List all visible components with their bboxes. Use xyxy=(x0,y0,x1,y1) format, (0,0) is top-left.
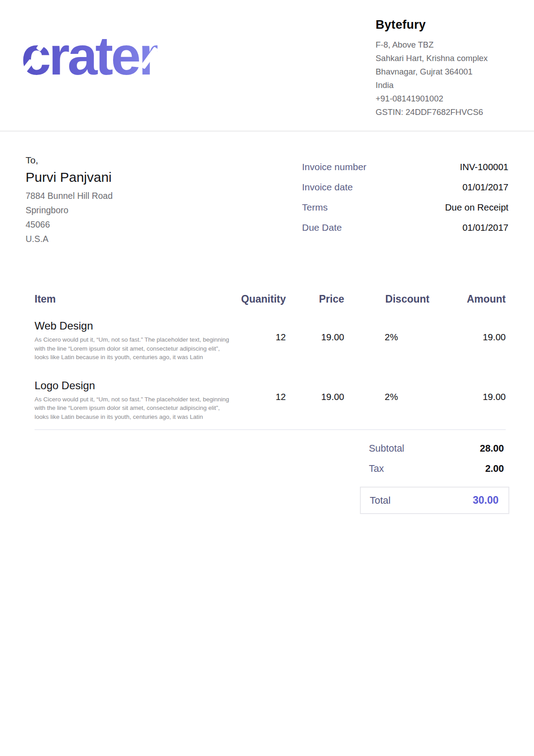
invoice-header: crater Bytefury F-8, Above TBZ Sahkari H… xyxy=(0,0,534,132)
item-description: As Cicero would put it, “Um, not so fast… xyxy=(35,395,232,422)
item-price: 19.00 xyxy=(286,318,344,343)
company-info-block: Bytefury F-8, Above TBZ Sahkari Hart, Kr… xyxy=(376,13,510,131)
crater-logo: crater xyxy=(21,29,158,101)
header-item: Item xyxy=(35,293,232,305)
item-quantity: 12 xyxy=(232,378,286,402)
table-row: Web Design As Cicero would put it, “Um, … xyxy=(35,318,506,362)
billing-and-meta-row: To, Purvi Panjvani 7884 Bunnel Hill Road… xyxy=(26,155,508,246)
invoice-date-row: Invoice date 01/01/2017 xyxy=(302,180,508,194)
tax-label: Tax xyxy=(369,462,384,476)
bill-to-block: To, Purvi Panjvani 7884 Bunnel Hill Road… xyxy=(26,155,113,246)
invoice-number-value: INV-100001 xyxy=(460,160,508,174)
terms-label: Terms xyxy=(302,201,328,214)
item-discount: 2% xyxy=(344,378,429,402)
subtotal-row: Subtotal 28.00 xyxy=(369,442,504,456)
item-amount: 19.00 xyxy=(429,318,506,343)
invoice-body: To, Purvi Panjvani 7884 Bunnel Hill Road… xyxy=(0,155,534,514)
invoice-page: crater Bytefury F-8, Above TBZ Sahkari H… xyxy=(0,0,534,756)
totals-block: Subtotal 28.00 Tax 2.00 Total 30.00 xyxy=(26,442,508,514)
crater-logo-text: crater xyxy=(21,29,158,83)
customer-address-line: 7884 Bunnel Hill Road xyxy=(26,189,113,203)
item-price: 19.00 xyxy=(286,378,344,402)
subtotal-value: 28.00 xyxy=(480,442,504,456)
company-address-line: F-8, Above TBZ xyxy=(376,38,510,52)
bill-to-label: To, xyxy=(26,155,113,166)
invoice-date-label: Invoice date xyxy=(302,180,353,194)
customer-address-line: U.S.A xyxy=(26,232,113,246)
table-row: Logo Design As Cicero would put it, “Um,… xyxy=(35,378,506,422)
company-address-line: Bhavnagar, Gujrat 364001 xyxy=(376,65,510,79)
due-date-value: 01/01/2017 xyxy=(462,221,508,234)
tax-value: 2.00 xyxy=(485,462,504,476)
terms-value: Due on Receipt xyxy=(445,201,508,214)
items-table-header: Item Quanitity Price Discount Amount xyxy=(35,293,506,305)
header-amount: Amount xyxy=(429,293,506,305)
total-value: 30.00 xyxy=(473,494,499,506)
terms-row: Terms Due on Receipt xyxy=(302,201,508,214)
item-cell: Logo Design As Cicero would put it, “Um,… xyxy=(35,378,232,422)
item-description: As Cicero would put it, “Um, not so fast… xyxy=(35,335,232,362)
invoice-date-value: 01/01/2017 xyxy=(462,180,508,194)
invoice-number-row: Invoice number INV-100001 xyxy=(302,160,508,174)
customer-address-line: 45066 xyxy=(26,217,113,232)
invoice-meta-block: Invoice number INV-100001 Invoice date 0… xyxy=(302,160,508,246)
item-amount: 19.00 xyxy=(429,378,506,402)
customer-address-line: Springboro xyxy=(26,203,113,217)
company-gstin: GSTIN: 24DDF7682FHVCS6 xyxy=(376,105,510,119)
items-table: Item Quanitity Price Discount Amount Web… xyxy=(26,293,508,430)
item-discount: 2% xyxy=(344,318,429,343)
item-quantity: 12 xyxy=(232,318,286,343)
grand-total-box: Total 30.00 xyxy=(360,487,509,514)
items-separator-line xyxy=(35,429,506,430)
company-name: Bytefury xyxy=(376,18,510,32)
due-date-label: Due Date xyxy=(302,221,342,234)
customer-name: Purvi Panjvani xyxy=(26,170,113,185)
company-address: F-8, Above TBZ Sahkari Hart, Krishna com… xyxy=(376,38,510,119)
totals-rows: Subtotal 28.00 Tax 2.00 xyxy=(369,442,504,482)
company-address-line: India xyxy=(376,79,510,92)
item-name: Logo Design xyxy=(35,378,232,393)
company-phone: +91-08141901002 xyxy=(376,92,510,105)
company-address-line: Sahkari Hart, Krishna complex xyxy=(376,52,510,65)
tax-row: Tax 2.00 xyxy=(369,462,504,476)
item-name: Web Design xyxy=(35,318,232,333)
header-quantity: Quanitity xyxy=(232,293,286,305)
header-discount: Discount xyxy=(344,293,429,305)
due-date-row: Due Date 01/01/2017 xyxy=(302,221,508,234)
subtotal-label: Subtotal xyxy=(369,442,404,456)
invoice-number-label: Invoice number xyxy=(302,160,367,174)
header-price: Price xyxy=(286,293,344,305)
item-cell: Web Design As Cicero would put it, “Um, … xyxy=(35,318,232,362)
total-label: Total xyxy=(370,495,390,506)
